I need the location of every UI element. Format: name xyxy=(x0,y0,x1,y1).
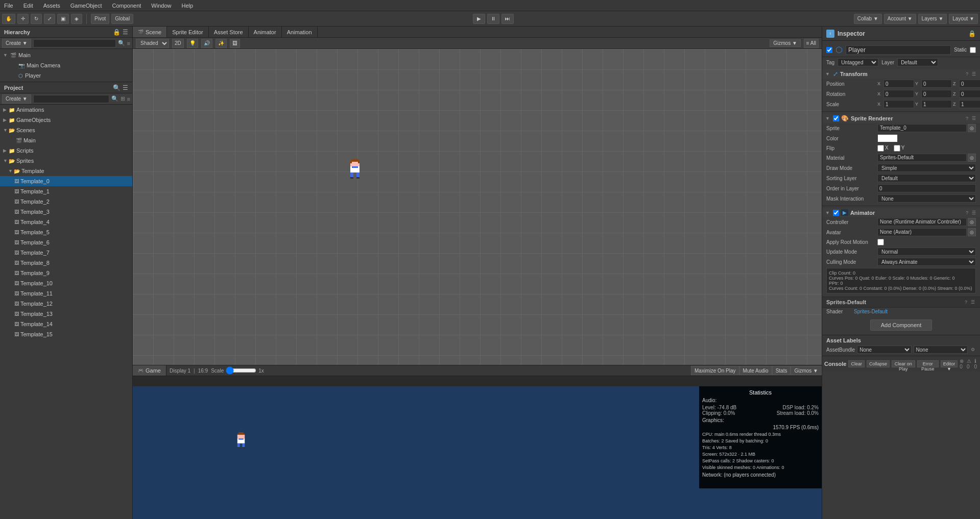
scale-z-input[interactable] xyxy=(959,100,980,108)
scale-y-input[interactable] xyxy=(921,100,952,108)
file-template-14[interactable]: 🖼 Template_14 xyxy=(0,319,132,329)
folder-template[interactable]: ▼ 📂 Template xyxy=(0,166,132,176)
sprite-renderer-settings-btn[interactable]: ? xyxy=(965,116,969,121)
animator-menu-btn[interactable]: ☰ xyxy=(971,210,977,215)
project-search-input[interactable] xyxy=(33,95,109,103)
scale-x-input[interactable] xyxy=(883,100,914,108)
2d-toggle-btn[interactable]: 2D xyxy=(172,39,184,48)
animator-enabled[interactable] xyxy=(833,210,839,216)
tab-asset-store[interactable]: Asset Store xyxy=(209,27,249,37)
folder-gameobjects[interactable]: ▶ 📁 GameObjects xyxy=(0,115,132,125)
project-search-icon[interactable]: 🔍 xyxy=(113,84,121,91)
folder-sprites[interactable]: ▼ 📂 Sprites xyxy=(0,156,132,166)
file-template-15[interactable]: 🖼 Template_15 xyxy=(0,329,132,339)
file-template-12[interactable]: 🖼 Template_12 xyxy=(0,299,132,309)
animator-settings-btn[interactable]: ? xyxy=(965,210,969,215)
scene-fx-btn[interactable]: ✨ xyxy=(216,39,227,48)
tab-sprite-editor[interactable]: Sprite Editor xyxy=(167,27,209,37)
project-menu-icon[interactable]: ☰ xyxy=(123,84,128,91)
object-name-input[interactable] xyxy=(846,45,951,55)
hierarchy-search-input[interactable] xyxy=(33,39,116,47)
rect-tool-btn[interactable]: ▣ xyxy=(57,14,69,24)
tab-animation[interactable]: Animation xyxy=(282,27,318,37)
project-create-btn[interactable]: Create ▼ xyxy=(2,94,31,104)
scene-light-btn[interactable]: 💡 xyxy=(187,39,198,48)
position-x-input[interactable] xyxy=(883,80,914,88)
gizmos-btn[interactable]: Gizmos ▼ xyxy=(770,39,801,47)
draw-mode-select[interactable]: Simple xyxy=(877,164,976,172)
controller-select-btn[interactable]: ◎ xyxy=(968,218,976,226)
add-component-btn[interactable]: Add Component xyxy=(870,319,933,331)
file-template-13[interactable]: 🖼 Template_13 xyxy=(0,309,132,319)
file-template-3[interactable]: 🖼 Template_3 xyxy=(0,207,132,217)
assetbundle-variant-select[interactable]: None xyxy=(914,345,968,354)
object-enabled-checkbox[interactable] xyxy=(826,47,832,53)
hierarchy-create-btn[interactable]: Create ▼ xyxy=(2,39,31,48)
assetbundle-select[interactable]: None xyxy=(857,345,911,354)
file-template-0[interactable]: 🖼 Template_0 xyxy=(0,176,132,186)
file-template-8[interactable]: 🖼 Template_8 xyxy=(0,258,132,268)
hierarchy-menu-icon[interactable]: ☰ xyxy=(123,29,128,36)
file-template-9[interactable]: 🖼 Template_9 xyxy=(0,268,132,278)
sorting-layer-select[interactable]: Default xyxy=(877,174,976,182)
sprite-renderer-menu-btn[interactable]: ☰ xyxy=(971,116,977,121)
all-btn[interactable]: ≡ All xyxy=(804,39,819,48)
stats-btn[interactable]: Stats xyxy=(772,366,791,375)
file-template-1[interactable]: 🖼 Template_1 xyxy=(0,186,132,196)
layout-btn[interactable]: Layout ▼ xyxy=(949,14,978,24)
menu-window[interactable]: Window xyxy=(149,2,173,10)
file-template-5[interactable]: 🖼 Template_5 xyxy=(0,227,132,237)
file-template-2[interactable]: 🖼 Template_2 xyxy=(0,196,132,207)
transform-menu-btn[interactable]: ☰ xyxy=(971,71,977,77)
rotation-x-input[interactable] xyxy=(883,90,914,98)
clear-on-play-btn[interactable]: Clear on Play xyxy=(892,360,915,367)
menu-assets[interactable]: Assets xyxy=(41,2,62,10)
rotation-z-input[interactable] xyxy=(959,90,980,98)
position-y-input[interactable] xyxy=(921,80,952,88)
flip-x-checkbox[interactable] xyxy=(877,145,884,152)
menu-component[interactable]: Component xyxy=(110,2,143,10)
file-template-4[interactable]: 🖼 Template_4 xyxy=(0,217,132,227)
menu-edit[interactable]: Edit xyxy=(21,2,35,10)
layers-btn[interactable]: Layers ▼ xyxy=(918,14,947,24)
scene-audio-btn[interactable]: 🔊 xyxy=(201,39,212,48)
maximize-on-play-btn[interactable]: Maximize On Play xyxy=(691,366,739,375)
menu-help[interactable]: Help xyxy=(179,2,195,10)
folder-animations[interactable]: ▶ 📁 Animations xyxy=(0,105,132,115)
rotate-tool-btn[interactable]: ↻ xyxy=(31,14,42,24)
collab-btn[interactable]: Collab ▼ xyxy=(854,14,882,24)
sprite-select-btn[interactable]: ◎ xyxy=(968,124,976,132)
transform-tool-btn[interactable]: ◈ xyxy=(71,14,82,24)
editor-btn[interactable]: Editor ▼ xyxy=(941,360,958,367)
collapse-btn[interactable]: Collapse xyxy=(867,360,890,367)
global-btn[interactable]: Global xyxy=(111,14,133,24)
pivot-btn[interactable]: Pivot xyxy=(91,14,109,24)
tab-scene[interactable]: 🎬 Scene xyxy=(133,27,167,37)
avatar-select-btn[interactable]: ◎ xyxy=(968,228,976,236)
folder-scripts[interactable]: ▶ 📁 Scripts xyxy=(0,145,132,156)
step-btn[interactable]: ⏭ xyxy=(501,14,514,24)
rotation-y-input[interactable] xyxy=(921,90,952,98)
tree-item-main-camera[interactable]: ▶ 📷 Main Camera xyxy=(0,60,132,70)
file-template-6[interactable]: 🖼 Template_6 xyxy=(0,237,132,248)
file-main-scene[interactable]: 🎬 Main xyxy=(0,135,132,145)
asset-labels-settings-btn[interactable]: ⚙ xyxy=(970,347,976,352)
file-template-10[interactable]: 🖼 Template_10 xyxy=(0,278,132,288)
sprite-renderer-enabled[interactable] xyxy=(833,115,839,121)
sprite-renderer-header[interactable]: ▼ 🎨 Sprite Renderer ? ☰ xyxy=(822,114,980,123)
shading-mode-select[interactable]: Shaded xyxy=(136,39,169,48)
folder-scenes[interactable]: ▼ 📂 Scenes xyxy=(0,125,132,135)
tag-select[interactable]: Untagged xyxy=(838,58,878,66)
game-gizmos-btn[interactable]: Gizmos ▼ xyxy=(791,366,822,375)
flip-y-checkbox[interactable] xyxy=(894,145,900,152)
file-template-11[interactable]: 🖼 Template_11 xyxy=(0,288,132,299)
position-z-input[interactable] xyxy=(959,80,980,88)
play-btn[interactable]: ▶ xyxy=(473,14,485,24)
transform-settings-btn[interactable]: ? xyxy=(965,71,969,77)
error-pause-btn[interactable]: Error Pause xyxy=(917,360,939,367)
transform-header[interactable]: ▼ ⤢ Transform ? ☰ xyxy=(822,69,980,79)
root-motion-checkbox[interactable] xyxy=(877,239,884,245)
culling-select[interactable]: Always Animate xyxy=(877,258,976,266)
layer-select[interactable]: Default xyxy=(897,58,938,66)
scene-image-btn[interactable]: 🖼 xyxy=(230,39,240,48)
